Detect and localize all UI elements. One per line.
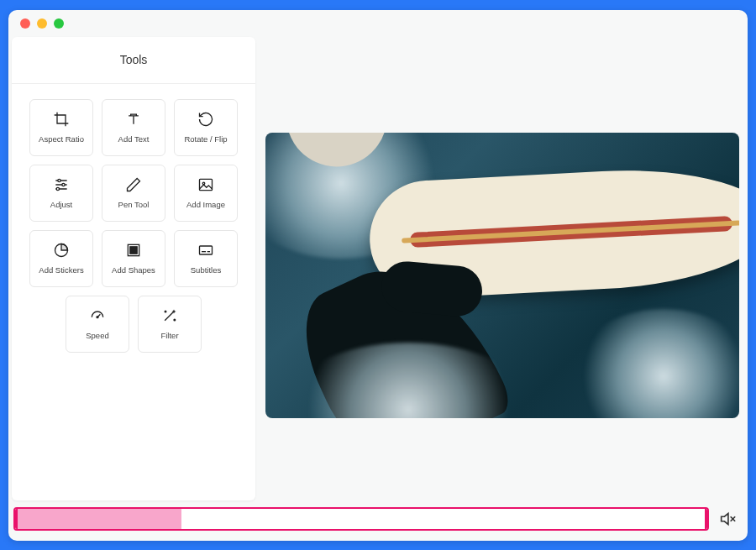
svg-point-15	[97, 317, 98, 318]
tool-label: Add Image	[186, 201, 225, 209]
tool-label: Pen Tool	[118, 201, 150, 209]
window-minimize-button[interactable]	[37, 18, 47, 29]
svg-point-16	[165, 311, 166, 312]
tool-filter[interactable]: Filter	[138, 296, 202, 353]
titlebar	[8, 10, 748, 37]
tool-add-stickers[interactable]: Add Stickers	[29, 230, 93, 287]
subtitles-icon	[197, 241, 215, 259]
svg-rect-9	[130, 247, 137, 254]
tool-subtitles[interactable]: Subtitles	[174, 230, 238, 287]
tool-speed[interactable]: Speed	[66, 296, 129, 353]
timeline-row	[8, 504, 748, 541]
shapes-icon	[124, 241, 143, 259]
tools-sidebar: Tools Aspect Ratio Add Text	[12, 37, 255, 500]
preview-area	[265, 37, 739, 500]
speed-icon	[88, 306, 107, 325]
svg-rect-11	[200, 246, 213, 254]
tool-label: Aspect Ratio	[39, 135, 84, 144]
mute-button[interactable]	[716, 507, 739, 531]
video-preview[interactable]	[265, 133, 739, 418]
wand-icon	[160, 306, 179, 325]
tool-label: Subtitles	[191, 266, 221, 275]
tool-label: Rotate / Flip	[184, 135, 227, 144]
tool-aspect-ratio[interactable]: Aspect Ratio	[29, 99, 93, 156]
timeline-track[interactable]	[13, 507, 709, 531]
image-icon	[197, 175, 215, 194]
tool-label: Adjust	[50, 201, 72, 209]
window-zoom-button[interactable]	[54, 18, 64, 29]
content-area: Tools Aspect Ratio Add Text	[8, 37, 748, 504]
tool-rotate-flip[interactable]: Rotate / Flip	[174, 99, 238, 156]
tool-adjust[interactable]: Adjust	[29, 165, 93, 222]
sidebar-title: Tools	[120, 53, 148, 66]
svg-point-4	[62, 184, 65, 186]
tools-grid: Aspect Ratio Add Text Rotate / Flip	[12, 84, 255, 368]
tool-add-image[interactable]: Add Image	[174, 165, 238, 222]
sliders-icon	[52, 175, 71, 194]
svg-point-17	[174, 319, 176, 321]
trim-handle-start[interactable]	[13, 507, 18, 531]
water-foam	[571, 309, 739, 418]
svg-rect-6	[200, 180, 213, 191]
tool-label: Filter	[160, 332, 178, 340]
pen-icon	[124, 175, 143, 194]
tool-label: Add Stickers	[39, 266, 83, 275]
svg-point-3	[58, 180, 60, 182]
svg-point-5	[56, 188, 59, 191]
trim-handle-end[interactable]	[705, 507, 709, 531]
tool-label: Speed	[86, 332, 108, 340]
text-icon	[124, 110, 143, 128]
tool-add-text[interactable]: Add Text	[102, 99, 165, 156]
app-window: Tools Aspect Ratio Add Text	[8, 10, 748, 541]
sticker-icon	[52, 241, 71, 259]
timeline-progress	[15, 509, 181, 529]
sidebar-header: Tools	[12, 37, 255, 84]
rotate-icon	[197, 110, 215, 128]
tool-pen[interactable]: Pen Tool	[102, 165, 165, 222]
volume-mute-icon	[718, 510, 737, 528]
tool-add-shapes[interactable]: Add Shapes	[102, 230, 165, 287]
tool-label: Add Shapes	[112, 266, 155, 275]
window-close-button[interactable]	[20, 18, 30, 29]
tool-label: Add Text	[118, 135, 150, 144]
crop-icon	[52, 110, 71, 128]
